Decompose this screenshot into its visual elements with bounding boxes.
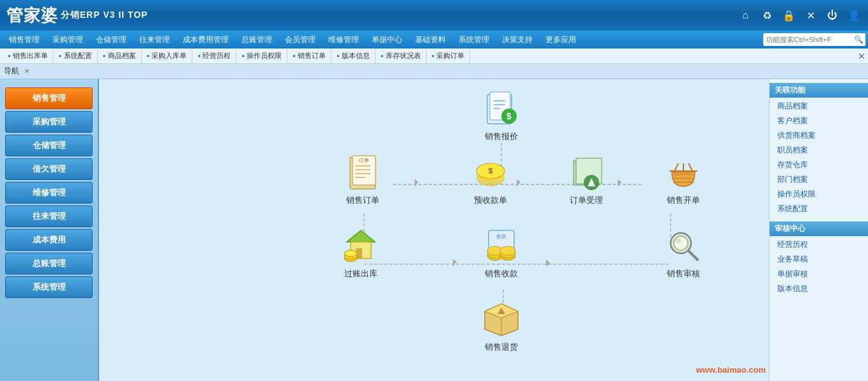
home-icon[interactable]: ⌂ [738,8,753,23]
node-return[interactable]: 销售退货 [473,299,530,353]
node-order-accept[interactable]: 订单受理 [558,153,615,206]
sidebar-item-transactions[interactable]: 往来管理 [5,205,93,227]
transfer-out-icon [338,226,384,267]
sidebar-item-purchase[interactable]: 采购管理 [5,111,93,133]
right-link-draft[interactable]: 业务草稿 [770,252,868,267]
tab-sys-config[interactable]: 系统配置 [54,49,98,63]
tab-goods[interactable]: 商品档案 [98,49,142,63]
right-link-goods[interactable]: 商品档案 [770,99,868,114]
sales-quote-icon: $ [478,89,524,130]
menu-repair[interactable]: 维修管理 [322,31,365,49]
header: 管家婆 分销ERP V3 II TOP ⌂ ♻ 🔒 ✕ ⏻ 👤 [0,0,868,31]
tab-operator[interactable]: 操作员权限 [236,49,287,63]
svg-point-45 [500,246,515,255]
users-icon[interactable]: ♻ [759,8,775,23]
right-link-sysconfig[interactable]: 系统配置 [770,202,868,216]
menu-warehouse[interactable]: 仓储管理 [89,31,133,49]
payment-icon: 收款 [478,226,524,267]
tab-purchase-in[interactable]: 采购入库单 [142,49,193,63]
search-icon[interactable]: 🔍 [854,35,864,44]
menubar: 销售管理 采购管理 仓储管理 往来管理 成本费用管理 总账管理 会员管理 维修管… [0,31,868,49]
right-link-version[interactable]: 版本信息 [770,281,868,296]
navbar: 导航 ✕ [0,64,868,79]
search-box[interactable]: 🔍 [763,33,865,46]
right-link-warehouse[interactable]: 存货仓库 [770,158,868,172]
menu-sales[interactable]: 销售管理 [3,31,46,49]
sidebar-item-warehouse[interactable]: 仓储管理 [5,135,93,156]
navbar-title: 导航 ✕ [4,66,29,77]
menu-decision[interactable]: 决策支持 [496,31,539,49]
node-payment[interactable]: 收款 销售收款 [473,226,530,280]
svg-point-47 [674,236,688,250]
tab-history[interactable]: 经营历程 [192,49,236,63]
nav-close-icon[interactable]: ✕ [24,68,29,75]
node-label-sales-order: 销售订单 [346,195,379,206]
menu-transactions[interactable]: 往来管理 [133,31,176,49]
node-sales-open[interactable]: 销售开单 [655,153,712,206]
user-icon[interactable]: 👤 [846,8,862,23]
sidebar-item-sales[interactable]: 销售管理 [5,87,93,109]
header-icons: ⌂ ♻ 🔒 ✕ ⏻ 👤 [738,8,862,23]
node-label-payment: 销售收款 [485,268,518,280]
menu-system[interactable]: 系统管理 [452,31,496,49]
node-label-return: 销售退货 [485,341,518,353]
sales-order-icon: 订单 [340,153,386,193]
sidebar-item-system[interactable]: 系统管理 [5,276,93,298]
tab-purchase-order[interactable]: 采购订单 [427,49,471,63]
prepay-icon: $ [468,153,514,193]
right-section-title-related: 关联功能 [770,83,868,98]
tabbar-close-icon[interactable]: ✕ [858,51,865,61]
menu-purchase[interactable]: 采购管理 [46,31,89,49]
nav-label: 导航 [4,66,19,77]
search-input[interactable] [766,36,854,43]
node-label-prepay: 预收款单 [474,195,507,206]
sidebar-item-repair[interactable]: 维修管理 [5,182,93,204]
node-sales-quote[interactable]: $ 销售报价 [473,89,530,142]
return-icon [478,299,524,340]
tab-stock[interactable]: 库存状况表 [376,49,427,63]
menu-voucher[interactable]: 单据中心 [365,31,409,49]
sidebar-item-ledger[interactable]: 总账管理 [5,253,93,274]
right-panel: 关联功能 商品档案 客户档案 供货商档案 职员档案 存货仓库 部门档案 操作员权… [769,79,868,381]
svg-text:$: $ [489,167,493,176]
right-section-title-audit: 审核中心 [770,221,868,236]
logo-sub: 分销ERP V3 II TOP [61,10,148,21]
svg-marker-10 [546,259,550,267]
node-audit[interactable]: 销售审核 [655,226,712,280]
svg-line-48 [689,251,697,260]
sidebar-item-debt[interactable]: 借欠管理 [5,158,93,180]
menu-base[interactable]: 基础资料 [409,31,452,49]
right-link-history[interactable]: 经营历程 [770,237,868,252]
svg-text:订单: 订单 [359,158,369,163]
node-transfer-out[interactable]: 过账出库 [332,226,390,280]
node-label-sales-quote: 销售报价 [485,131,518,142]
logo-main: 管家婆 [6,4,58,27]
right-link-operator[interactable]: 操作员权限 [770,187,868,202]
menu-more[interactable]: 更多应用 [539,31,582,49]
sidebar-item-cost[interactable]: 成本费用 [5,229,93,251]
right-link-audit[interactable]: 单据审核 [770,267,868,281]
svg-point-49 [676,238,681,243]
svg-point-37 [344,250,357,257]
close-icon[interactable]: ✕ [803,8,818,23]
right-link-dept[interactable]: 部门档案 [770,172,868,187]
audit-icon [660,226,706,267]
right-link-supplier[interactable]: 供货商档案 [770,128,868,143]
menu-ledger[interactable]: 总账管理 [235,31,278,49]
svg-marker-9 [453,259,457,267]
tab-version[interactable]: 版本信息 [331,49,376,63]
menu-cost[interactable]: 成本费用管理 [176,31,235,49]
tab-sales-order[interactable]: 销售订单 [287,49,331,63]
tab-sales-out[interactable]: 销售出库单 [3,49,54,63]
lock-icon[interactable]: 🔒 [781,8,796,23]
node-prepay[interactable]: $ 预收款单 [462,153,519,206]
menu-member[interactable]: 会员管理 [278,31,322,49]
svg-marker-6 [415,179,418,187]
node-sales-order[interactable]: 订单 销售订单 [334,153,392,206]
node-label-transfer-out: 过账出库 [344,268,377,280]
right-link-staff[interactable]: 职员档案 [770,143,868,158]
svg-marker-32 [347,230,375,242]
power-icon[interactable]: ⏻ [825,8,840,23]
right-link-customer[interactable]: 客户档案 [770,114,868,128]
logo: 管家婆 分销ERP V3 II TOP [6,4,148,27]
